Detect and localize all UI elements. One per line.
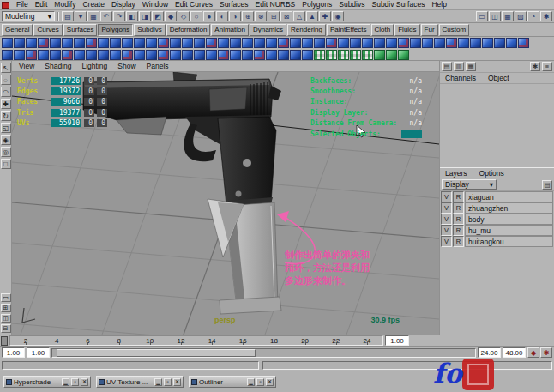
shelf-poly-tool-icon[interactable]	[50, 38, 61, 48]
rotate-tool-icon[interactable]: ↻	[1, 111, 11, 121]
lasso-select-tool-icon[interactable]: ◌	[1, 75, 11, 85]
layer-display-dropdown[interactable]: Display ▾	[442, 179, 497, 190]
new-scene-icon[interactable]: ▤	[62, 11, 74, 21]
shelf-poly-tool-icon[interactable]	[350, 38, 361, 48]
layer-name[interactable]: zhuangzhen	[465, 202, 553, 214]
list-operations-icon[interactable]: ⊠	[280, 11, 292, 21]
shelf-poly-tool-icon[interactable]	[218, 50, 229, 60]
new-layer-icon[interactable]: ▤	[542, 180, 552, 190]
layer-display-type-toggle[interactable]: R	[453, 191, 464, 202]
shelf-poly-tool-icon[interactable]	[482, 38, 493, 48]
shelf-poly-tool-icon[interactable]	[470, 38, 481, 48]
shelf-poly-tool-icon[interactable]	[302, 38, 313, 48]
menu-polygons[interactable]: Polygons	[298, 0, 335, 9]
panel-menu-icon[interactable]: ≡	[542, 62, 552, 71]
shelf-poly-tool-icon[interactable]	[506, 38, 517, 48]
menu-display[interactable]: Display	[108, 0, 139, 9]
minimize-icon[interactable]: ▁	[154, 378, 162, 386]
shelf-poly-tool-icon[interactable]	[182, 38, 193, 48]
maximize-icon[interactable]: ▫	[71, 378, 79, 386]
minimize-icon[interactable]: ▁	[247, 378, 255, 386]
layer-menu-layers[interactable]: Layers	[445, 169, 467, 178]
shelf-poly-tool-icon[interactable]	[206, 50, 217, 60]
shelf-checker-icon[interactable]	[338, 50, 349, 60]
auto-keyframe-icon[interactable]: ◆	[527, 347, 539, 358]
shelf-poly-tool-icon[interactable]	[242, 38, 253, 48]
select-hierarchy-icon[interactable]: ◧	[126, 11, 138, 21]
shelf-tab-rendering[interactable]: Rendering	[287, 24, 326, 36]
shelf-tab-custom[interactable]: Custom	[439, 24, 470, 36]
layout-two-pane-stacked-icon[interactable]: ⊟	[1, 324, 11, 333]
last-tool-icon[interactable]: □	[1, 159, 11, 169]
timeline-playhead[interactable]	[1, 336, 8, 346]
shelf-poly-tool-icon[interactable]	[122, 50, 133, 60]
up-hierarchy-icon[interactable]: △	[293, 11, 305, 21]
layout-single-pane-icon[interactable]: ▭	[1, 293, 11, 302]
shelf-tab-curves[interactable]: Curves	[33, 24, 62, 36]
menu-edit[interactable]: Edit	[32, 0, 51, 9]
shelf-checker-icon[interactable]	[362, 50, 373, 60]
shelf-poly-tool-icon[interactable]	[218, 38, 229, 48]
current-time-field[interactable]: 1.00	[385, 335, 409, 346]
render-current-frame-icon[interactable]: ▦	[502, 11, 514, 21]
shelf-tab-fluids[interactable]: Fluids	[394, 24, 419, 36]
shelf-poly-tool-icon[interactable]	[290, 38, 301, 48]
shelf-poly-tool-icon[interactable]	[62, 38, 73, 48]
select-tool-icon[interactable]: ↖	[1, 63, 11, 73]
close-icon[interactable]: ✕	[81, 378, 88, 386]
down-hierarchy-icon[interactable]: ▲	[306, 11, 318, 21]
timeline-frame-22[interactable]: 22	[321, 336, 352, 345]
quick-select-icon[interactable]: ✚	[319, 11, 331, 21]
timeline-frame-12[interactable]: 12	[166, 336, 196, 345]
layer-name[interactable]: body	[465, 214, 553, 225]
shelf-poly-tool-icon[interactable]	[314, 38, 325, 48]
viewport-menu-show[interactable]: Show	[117, 62, 135, 70]
layer-list-icon[interactable]: ▥	[454, 62, 464, 71]
shelf-tab-animation[interactable]: Animation	[211, 24, 249, 36]
scale-tool-icon[interactable]: ◱	[1, 123, 11, 133]
display-settings-icon[interactable]: ✱	[540, 11, 552, 21]
timeline-frame-16[interactable]: 16	[227, 336, 258, 345]
ipr-render-icon[interactable]: ▨	[515, 11, 527, 21]
shelf-poly-tool-icon[interactable]	[98, 50, 109, 60]
shelf-poly-tool-icon[interactable]	[434, 38, 445, 48]
shelf-tab-dynamics[interactable]: Dynamics	[250, 24, 286, 36]
menu-help[interactable]: Help	[428, 0, 449, 9]
minimized-panel-hypershade[interactable]: Hypershade▁▫✕	[3, 376, 91, 388]
shelf-poly-tool-icon[interactable]	[110, 38, 121, 48]
layer-visibility-toggle[interactable]: V	[441, 214, 452, 225]
close-icon[interactable]: ✕	[173, 378, 181, 386]
timeline-frame-4[interactable]: 4	[41, 336, 72, 345]
shelf-poly-tool-icon[interactable]	[518, 38, 529, 48]
shelf-poly-tool-icon[interactable]	[206, 38, 217, 48]
layer-name[interactable]: xiaguan	[465, 191, 553, 202]
layer-display-type-toggle[interactable]: R	[453, 225, 464, 236]
channel-list-icon[interactable]: ▤	[442, 62, 452, 71]
menu-create[interactable]: Create	[79, 0, 108, 9]
redo-icon[interactable]: ↷	[113, 11, 125, 21]
shelf-poly-tool-icon[interactable]	[410, 38, 421, 48]
menu-modify[interactable]: Modify	[51, 0, 79, 9]
viewport-menu-lighting[interactable]: Lighting	[81, 62, 107, 70]
output-operations-icon[interactable]: ⊗	[255, 11, 267, 21]
shelf-poly-tool-icon[interactable]	[230, 50, 241, 60]
shelf-poly-tool-icon[interactable]	[38, 50, 49, 60]
open-scene-icon[interactable]: ▼	[75, 11, 87, 21]
selection-mask-icon[interactable]: ◉	[332, 11, 344, 21]
shelf-poly-tool-icon[interactable]	[254, 50, 265, 60]
channel-box-menu-channels[interactable]: Channels	[445, 74, 476, 82]
shelf-poly-tool-icon[interactable]	[158, 50, 169, 60]
shelf-poly-tool-icon[interactable]	[14, 38, 25, 48]
paint-select-tool-icon[interactable]: ◠	[1, 87, 11, 97]
shelf-poly-tool-icon[interactable]	[374, 38, 385, 48]
timeline-frame-24[interactable]: 24	[352, 336, 382, 345]
shelf-poly-tool-icon[interactable]	[326, 38, 337, 48]
shelf-poly-tool-icon[interactable]	[122, 38, 133, 48]
shelf-poly-tool-icon[interactable]	[242, 50, 253, 60]
make-live-icon[interactable]: ◑	[229, 11, 241, 21]
minimize-icon[interactable]: ▁	[62, 378, 69, 386]
shelf-tab-general[interactable]: General	[2, 24, 33, 36]
universal-manipulator-icon[interactable]: ◈	[1, 135, 11, 145]
minimized-panel-uv-texture[interactable]: UV Texture ...▁▫✕	[96, 376, 184, 388]
shelf-poly-tool-icon[interactable]	[194, 50, 205, 60]
